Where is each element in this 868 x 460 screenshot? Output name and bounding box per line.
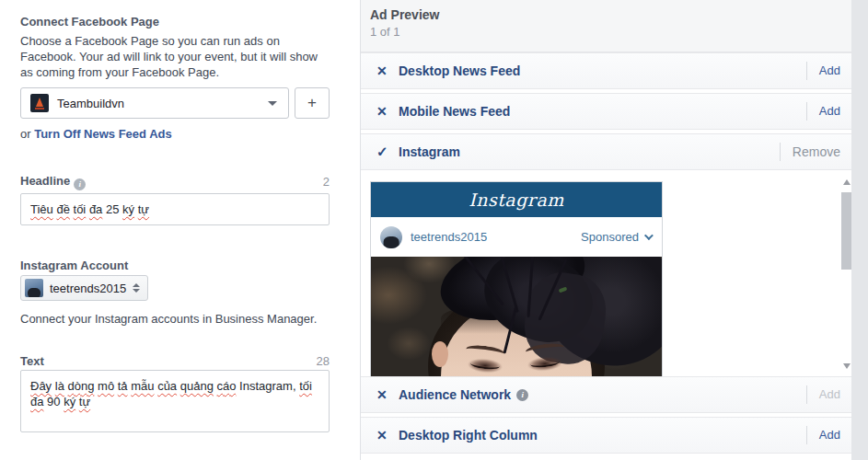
connect-page-description: Choose a Facebook Page so you can run ad… bbox=[20, 33, 330, 80]
ad-preview-panel: Ad Preview 1 of 1 Desktop News Feed Add … bbox=[360, 0, 851, 460]
connect-page-title: Connect Facebook Page bbox=[20, 15, 340, 29]
instagram-preview-area: Instagram teetrends2015 Sponsored bbox=[361, 170, 851, 376]
text-textarea[interactable]: Đây là dòng mô tả mẫu của quảng cáo Inst… bbox=[20, 370, 330, 432]
audience-network-info-icon[interactable]: i bbox=[516, 389, 528, 401]
headline-label-row: Headlinei 2 bbox=[20, 172, 330, 190]
scrollbar-thumb[interactable] bbox=[841, 192, 851, 270]
placement-row-mobile-news-feed: Mobile News Feed Add bbox=[361, 93, 851, 130]
scroll-up-icon[interactable] bbox=[843, 179, 851, 185]
add-mobile-news-feed-button[interactable]: Add bbox=[806, 102, 840, 121]
headline-info-icon[interactable]: i bbox=[74, 178, 86, 190]
instagram-account-label: Instagram Account bbox=[20, 259, 340, 272]
instagram-username-link[interactable]: teetrends2015 bbox=[411, 230, 487, 244]
add-desktop-right-column-button[interactable]: Add bbox=[806, 426, 840, 444]
headline-input[interactable]: Tiêu đề tối đa 25 ký tự bbox=[20, 193, 330, 225]
ad-preview-header: Ad Preview 1 of 1 bbox=[361, 0, 851, 52]
scroll-down-icon[interactable] bbox=[843, 363, 851, 369]
text-label: Text bbox=[20, 354, 44, 368]
placement-row-instagram: Instagram Remove bbox=[361, 133, 851, 170]
add-desktop-news-feed-button[interactable]: Add bbox=[806, 62, 840, 80]
placement-row-desktop-news-feed: Desktop News Feed Add bbox=[361, 52, 851, 89]
ad-preview-title: Ad Preview bbox=[370, 7, 840, 22]
ads-manager-creative-screen: Connect Facebook Page Choose a Facebook … bbox=[0, 0, 868, 460]
placement-name: Desktop News Feed bbox=[399, 63, 520, 78]
text-label-row: Text 28 bbox=[20, 354, 330, 368]
x-icon bbox=[376, 63, 393, 78]
sponsored-label: Sponsored bbox=[581, 230, 639, 244]
or-text: or bbox=[20, 127, 31, 141]
placement-name: Desktop Right Column bbox=[399, 428, 538, 443]
x-icon bbox=[376, 387, 393, 402]
instagram-account-avatar bbox=[25, 279, 43, 297]
placement-name: Audience Network bbox=[399, 387, 511, 402]
add-page-button[interactable]: + bbox=[295, 87, 330, 119]
selected-page-name: Teambuildvn bbox=[57, 97, 268, 110]
headline-label: Headline bbox=[20, 174, 70, 188]
ad-preview-pagination: 1 of 1 bbox=[370, 25, 840, 39]
instagram-profile-avatar bbox=[380, 226, 402, 248]
select-updown-icon bbox=[133, 283, 140, 293]
placement-name: Mobile News Feed bbox=[399, 104, 510, 119]
page-avatar bbox=[30, 94, 49, 112]
placement-row-desktop-right-column: Desktop Right Column Add bbox=[361, 417, 851, 454]
instagram-header-bar: Instagram bbox=[371, 182, 662, 217]
ad-image bbox=[371, 257, 662, 376]
chevron-down-icon bbox=[268, 101, 277, 106]
placement-name: Instagram bbox=[399, 144, 460, 159]
instagram-logo: Instagram bbox=[469, 190, 564, 210]
remove-instagram-button[interactable]: Remove bbox=[780, 143, 840, 161]
x-icon bbox=[376, 428, 393, 443]
text-char-count: 28 bbox=[317, 354, 330, 368]
x-icon bbox=[376, 104, 393, 119]
page-background-strip bbox=[851, 0, 868, 460]
placement-row-audience-network: Audience Network i Add bbox=[361, 376, 851, 413]
check-icon bbox=[376, 144, 393, 160]
turn-off-news-feed-ads-link[interactable]: Turn Off News Feed Ads bbox=[34, 127, 172, 141]
instagram-help-text: Connect your Instagram accounts in Busin… bbox=[20, 311, 330, 327]
instagram-account-select[interactable]: teetrends2015 bbox=[20, 275, 148, 301]
chevron-down-icon bbox=[644, 231, 654, 240]
creative-form-panel: Connect Facebook Page Choose a Facebook … bbox=[0, 0, 360, 460]
page-selector-row: Teambuildvn + bbox=[20, 87, 340, 119]
instagram-profile-row: teetrends2015 Sponsored bbox=[371, 217, 662, 257]
facebook-page-select[interactable]: Teambuildvn bbox=[20, 87, 289, 119]
turn-off-line: or Turn Off News Feed Ads bbox=[20, 127, 340, 141]
headline-char-count: 2 bbox=[323, 175, 330, 189]
instagram-ad-card: Instagram teetrends2015 Sponsored bbox=[370, 181, 663, 376]
sponsored-dropdown[interactable]: Sponsored bbox=[581, 230, 651, 244]
add-audience-network-button: Add bbox=[806, 385, 840, 404]
preview-scrollbar[interactable] bbox=[841, 178, 851, 371]
selected-instagram-account: teetrends2015 bbox=[50, 282, 126, 295]
